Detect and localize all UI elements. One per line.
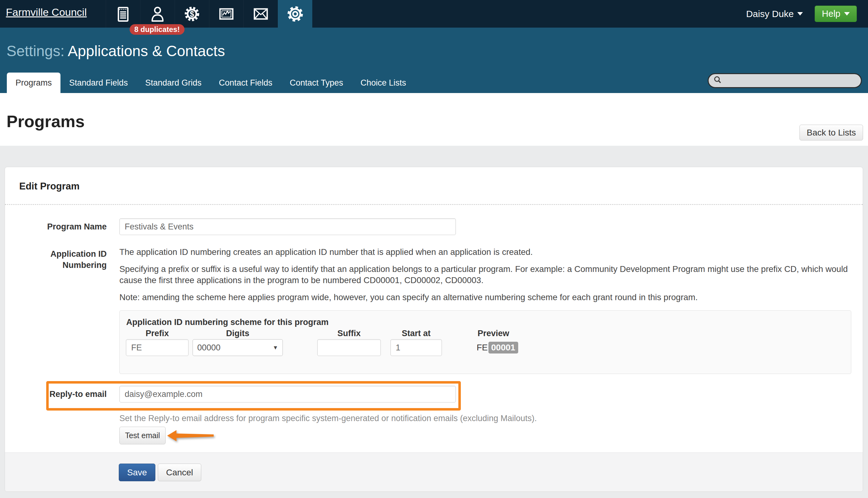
application-id-label-line2: Numbering xyxy=(5,260,107,271)
sub-header: Settings: Applications & Contacts Progra… xyxy=(0,28,868,93)
application-id-description: The application ID numbering creates an … xyxy=(119,247,849,309)
digits-select[interactable]: 00000 ▼ xyxy=(193,339,283,356)
chevron-down-icon xyxy=(797,12,803,15)
program-name-label: Program Name xyxy=(5,221,107,232)
page-head: Programs Back to Lists xyxy=(0,93,868,146)
settings-title-main: Applications & Contacts xyxy=(68,43,225,59)
edit-program-panel: Edit Program Program Name /* fix label v… xyxy=(5,167,863,492)
nav-applications[interactable] xyxy=(106,0,140,28)
help-button[interactable]: Help xyxy=(815,5,857,22)
nav-contacts[interactable] xyxy=(140,0,175,28)
back-to-lists-button[interactable]: Back to Lists xyxy=(800,124,863,141)
page-title: Programs xyxy=(6,112,85,131)
digits-selected-value: 00000 xyxy=(197,343,221,353)
search-icon xyxy=(713,75,722,86)
settings-title-prefix: Settings: xyxy=(6,43,65,59)
nav-settings[interactable] xyxy=(278,0,312,28)
test-email-button[interactable]: Test email xyxy=(119,427,166,444)
application-id-label-line1: Application ID xyxy=(5,248,107,260)
suffix-input[interactable] xyxy=(317,339,381,356)
brand-link[interactable]: Farmville Council xyxy=(6,6,87,18)
preview-column-header: Preview xyxy=(470,329,517,338)
prefix-input[interactable] xyxy=(126,339,188,356)
settings-page-title: Settings: Applications & Contacts xyxy=(6,42,225,60)
reply-to-email-label: Reply-to email xyxy=(5,389,107,400)
chevron-down-icon xyxy=(844,12,850,15)
nav-reports[interactable] xyxy=(209,0,244,28)
start-at-column-header: Start at xyxy=(391,329,442,338)
program-name-input[interactable] xyxy=(119,218,456,235)
panel-separator xyxy=(5,204,863,205)
tab-programs[interactable]: Programs xyxy=(7,73,61,93)
reply-to-email-input[interactable] xyxy=(119,386,456,403)
application-id-paragraph-3: Note: amending the scheme here applies p… xyxy=(119,292,849,303)
suffix-column-header: Suffix xyxy=(317,329,381,338)
tab-choice-lists[interactable]: Choice Lists xyxy=(352,73,415,93)
user-area: Daisy Duke Help xyxy=(746,0,857,28)
page-body: Edit Program Program Name /* fix label v… xyxy=(0,146,868,498)
contacts-icon xyxy=(149,6,166,22)
reports-icon xyxy=(218,6,235,22)
panel-title: Edit Program xyxy=(19,181,80,192)
annotation-arrow-icon xyxy=(167,429,214,443)
panel-footer: Save Cancel xyxy=(5,453,863,492)
duplicates-badge: 8 duplicates! xyxy=(130,24,185,35)
settings-tabbar: Programs Standard Fields Standard Grids … xyxy=(7,73,415,93)
application-id-numbering-label: Application ID Numbering xyxy=(5,248,107,271)
preview-number: 00001 xyxy=(488,342,518,354)
start-at-input[interactable] xyxy=(391,339,442,356)
application-id-paragraph-1: The application ID numbering creates an … xyxy=(119,247,849,258)
nav-mail[interactable] xyxy=(244,0,278,28)
user-name-label: Daisy Duke xyxy=(746,9,793,19)
top-bar: Farmville Council xyxy=(0,0,868,28)
reply-to-helper-text: Set the Reply-to email address for progr… xyxy=(119,414,537,423)
tab-standard-grids[interactable]: Standard Grids xyxy=(136,73,210,93)
nav-payments[interactable]: $ xyxy=(175,0,209,28)
search-input[interactable] xyxy=(725,76,856,86)
prefix-column-header: Prefix xyxy=(126,329,188,338)
id-preview: FE 00001 xyxy=(477,342,518,354)
applications-icon xyxy=(115,6,131,22)
svg-text:$: $ xyxy=(190,9,194,18)
cancel-button[interactable]: Cancel xyxy=(158,463,201,481)
numbering-scheme-box: Application ID numbering scheme for this… xyxy=(119,311,851,374)
settings-icon xyxy=(287,5,304,22)
tab-standard-fields[interactable]: Standard Fields xyxy=(61,73,136,93)
help-label: Help xyxy=(822,9,840,19)
user-menu[interactable]: Daisy Duke xyxy=(746,9,803,19)
numbering-scheme-title: Application ID numbering scheme for this… xyxy=(126,317,329,327)
tab-contact-fields[interactable]: Contact Fields xyxy=(210,73,281,93)
preview-prefix: FE xyxy=(477,343,488,353)
save-button[interactable]: Save xyxy=(119,463,155,481)
select-arrow-icon: ▼ xyxy=(273,344,278,351)
payments-icon: $ xyxy=(184,6,200,22)
search-box xyxy=(708,73,862,88)
application-id-paragraph-2: Specifying a prefix or suffix is a usefu… xyxy=(119,264,849,286)
tab-contact-types[interactable]: Contact Types xyxy=(281,73,352,93)
mail-icon xyxy=(253,6,269,22)
main-nav: $ xyxy=(106,0,312,28)
digits-column-header: Digits xyxy=(193,329,283,338)
